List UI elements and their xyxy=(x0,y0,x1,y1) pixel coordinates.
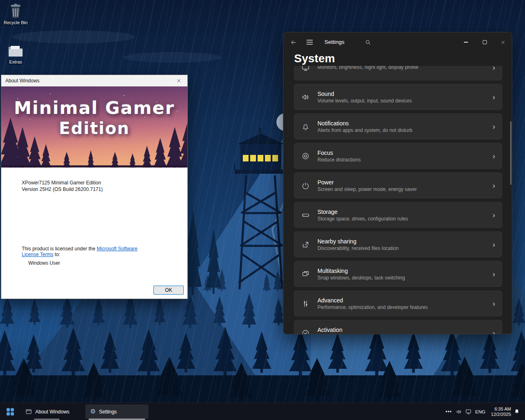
licensee-name: Windows User xyxy=(28,260,60,266)
settings-item-activation[interactable]: Activation › xyxy=(294,320,502,334)
settings-item-subtitle: Monitors, brightness, night light, displ… xyxy=(317,66,418,70)
banner-title-line1: Minimal Gamer xyxy=(1,97,187,118)
nav-menu-button[interactable] xyxy=(305,37,315,47)
chevron-right-icon: › xyxy=(493,241,495,248)
settings-titlebar[interactable]: Settings xyxy=(283,32,512,52)
monitor-icon xyxy=(301,66,310,72)
close-icon xyxy=(176,78,181,83)
start-button[interactable] xyxy=(3,405,17,418)
close-button[interactable] xyxy=(493,33,512,52)
task-indicator-settings xyxy=(89,419,145,420)
ok-button[interactable]: OK xyxy=(153,286,184,295)
settings-item-subtitle: Screen and sleep, power mode, energy sav… xyxy=(317,186,417,193)
recycle-bin-icon xyxy=(9,3,23,19)
about-windows-dialog: About Windows xyxy=(1,75,188,299)
chevron-right-icon: › xyxy=(493,182,495,189)
settings-window-title: Settings xyxy=(324,32,345,52)
desktop-icon-label: Extras xyxy=(2,59,29,64)
desktop-icon-extras[interactable]: Extras xyxy=(2,43,29,64)
banner-title-line2: Edition xyxy=(1,118,187,138)
settings-item-multitasking[interactable]: Multitasking Snap windows, desktops, tas… xyxy=(294,261,502,287)
license-prefix: This product is licensed under the xyxy=(22,246,97,252)
settings-item-nearby-sharing[interactable]: Nearby sharing Discoverability, received… xyxy=(294,232,502,257)
taskbar-button-about-windows[interactable]: About Windows xyxy=(21,404,74,419)
chevron-right-icon: › xyxy=(493,66,495,71)
minimize-button[interactable] xyxy=(457,33,475,52)
clock-time: 6:35 AM xyxy=(495,406,511,412)
chevron-right-icon: › xyxy=(493,123,495,130)
desktop-screen: Recycle Bin Extras About Windows xyxy=(0,0,525,420)
back-button[interactable] xyxy=(288,37,298,47)
settings-item-title: Focus xyxy=(317,149,361,157)
multitasking-windows-icon xyxy=(301,270,310,279)
chevron-right-icon: › xyxy=(493,300,495,307)
hamburger-menu-icon xyxy=(306,39,313,45)
settings-item-storage[interactable]: Storage Storage space, drives, configura… xyxy=(294,202,502,228)
settings-item-power[interactable]: Power Screen and sleep, power mode, ener… xyxy=(294,173,502,198)
product-name: XPower7125 Minimal Gamer Edition xyxy=(22,179,103,186)
settings-item-title: Storage xyxy=(317,208,408,216)
maximize-icon xyxy=(483,40,487,44)
settings-item-title: Notifications xyxy=(317,120,412,127)
settings-item-subtitle: Alerts from apps and system, do not dist… xyxy=(317,127,412,134)
settings-item-sound[interactable]: Sound Volume levels, output, input, soun… xyxy=(294,84,502,110)
chevron-right-icon: › xyxy=(493,211,495,219)
tray-notifications-button[interactable] xyxy=(512,403,522,420)
about-close-button[interactable] xyxy=(170,75,187,86)
tray-network-button[interactable] xyxy=(464,403,473,420)
about-dialog-title: About Windows xyxy=(5,75,39,86)
activation-check-icon xyxy=(301,329,310,334)
taskbar-button-settings[interactable]: ⚙ Settings xyxy=(85,404,148,419)
tray-volume-button[interactable] xyxy=(454,403,463,420)
taskbar-button-label: About Windows xyxy=(35,409,69,415)
settings-list: Monitors, brightness, night light, displ… xyxy=(294,66,502,334)
settings-item-subtitle: Snap windows, desktops, task switching xyxy=(317,275,405,281)
focus-icon xyxy=(301,152,310,161)
settings-item-focus[interactable]: Focus Reduce distractions › xyxy=(294,143,502,169)
chevron-right-icon: › xyxy=(493,93,495,101)
volume-icon xyxy=(456,409,462,415)
back-arrow-icon xyxy=(290,39,297,46)
close-icon xyxy=(500,40,506,45)
search-button[interactable] xyxy=(363,37,373,47)
desktop-icon-recycle-bin[interactable]: Recycle Bin xyxy=(2,3,29,25)
scrollbar-thumb[interactable] xyxy=(510,121,511,185)
notification-bell-icon xyxy=(514,409,520,415)
tray-language-button[interactable]: ENG xyxy=(474,403,486,420)
maximize-button[interactable] xyxy=(475,33,494,52)
search-icon xyxy=(365,39,372,46)
taskbar-button-label: Settings xyxy=(99,409,116,415)
minimize-icon xyxy=(464,42,468,42)
tray-overflow-button[interactable]: ••• xyxy=(444,403,454,420)
settings-item-advanced[interactable]: Advanced Performance, optimization, and … xyxy=(294,291,502,316)
tray-clock[interactable]: 6:35 AM 12/2/2025 xyxy=(487,403,511,420)
gear-icon: ⚙ xyxy=(90,409,96,415)
power-icon xyxy=(301,181,310,190)
settings-item-title: Sound xyxy=(317,90,412,98)
about-dialog-titlebar[interactable]: About Windows xyxy=(1,75,187,86)
settings-item-title: Multitasking xyxy=(317,267,405,275)
settings-item-subtitle: Volume levels, output, input, sound devi… xyxy=(317,98,412,104)
network-monitor-icon xyxy=(465,409,472,415)
settings-item-notifications[interactable]: Notifications Alerts from apps and syste… xyxy=(294,114,502,139)
task-indicator-about xyxy=(34,419,59,420)
product-version: Version 25H2 (OS Build 26200.7171) xyxy=(22,186,103,193)
desktop-icon-label: Recycle Bin xyxy=(2,20,29,25)
settings-item-title: Nearby sharing xyxy=(317,238,399,245)
start-icon xyxy=(7,408,14,415)
banner-title: Minimal Gamer Edition xyxy=(1,97,187,138)
chevron-right-icon: › xyxy=(493,270,495,278)
folder-icon xyxy=(7,43,24,58)
product-info: XPower7125 Minimal Gamer Edition Version… xyxy=(22,179,103,193)
storage-drive-icon xyxy=(301,211,310,220)
settings-item-title: Advanced xyxy=(317,297,428,304)
about-banner: Minimal Gamer Edition xyxy=(1,86,187,168)
page-title: System xyxy=(294,51,335,66)
license-suffix: to: xyxy=(53,252,60,257)
settings-item-display[interactable]: Monitors, brightness, night light, displ… xyxy=(294,66,502,80)
chevron-right-icon: › xyxy=(493,152,495,160)
taskbar: About Windows ⚙ Settings ••• ENG 6:35 AM… xyxy=(0,402,525,420)
license-paragraph: This product is licensed under the Micro… xyxy=(22,246,145,257)
settings-window: Settings System xyxy=(283,32,512,334)
settings-item-title: Activation xyxy=(317,326,342,334)
